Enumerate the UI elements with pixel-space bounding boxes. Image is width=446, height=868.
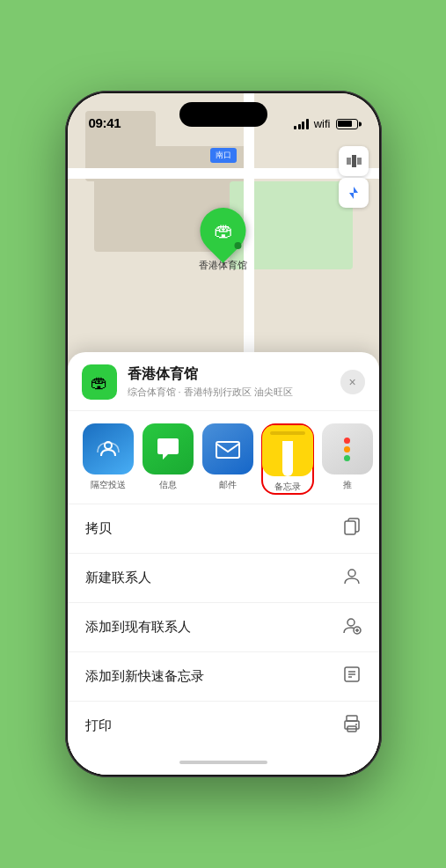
share-actions-row: 隔空投送 信息	[68, 411, 379, 504]
share-item-messages[interactable]: 信息	[142, 423, 194, 495]
menu-item-copy[interactable]: 拷贝	[68, 504, 379, 554]
wifi-icon: wifi	[314, 117, 331, 130]
share-item-more[interactable]: 推	[321, 423, 374, 495]
stadium-icon: 🏟	[214, 219, 233, 242]
notes-icon[interactable]	[262, 425, 313, 476]
svg-point-19	[355, 724, 357, 725]
venue-description: 综合体育馆 · 香港特别行政区 油尖旺区	[128, 386, 340, 399]
add-existing-contact-label: 添加到现有联系人	[85, 619, 191, 636]
svg-point-7	[348, 570, 355, 577]
print-label: 打印	[85, 717, 112, 734]
menu-list: 拷贝 新建联系人	[68, 504, 379, 750]
status-icons: wifi	[294, 117, 357, 130]
messages-icon[interactable]	[143, 423, 194, 474]
share-item-notes[interactable]: 备忘录	[261, 423, 314, 495]
share-item-airdrop[interactable]: 隔空投送	[82, 423, 135, 495]
signal-icon	[294, 119, 309, 129]
add-quick-note-label: 添加到新快速备忘录	[85, 668, 204, 685]
close-button[interactable]: ×	[340, 370, 365, 394]
more-icon[interactable]	[322, 423, 373, 474]
copy-icon	[342, 517, 362, 541]
phone-screen: 09:41 wifi	[68, 93, 379, 775]
stadium-marker: 🏟 香港体育馆	[199, 208, 247, 272]
svg-point-8	[347, 619, 355, 626]
copy-label: 拷贝	[85, 520, 112, 537]
location-button[interactable]	[339, 178, 369, 208]
svg-rect-1	[352, 155, 356, 167]
dynamic-island	[179, 102, 267, 127]
print-icon	[342, 714, 362, 738]
home-bar	[179, 761, 267, 764]
marker-pin: 🏟	[191, 198, 256, 263]
mail-label: 邮件	[219, 479, 237, 491]
airdrop-icon[interactable]	[83, 423, 134, 474]
location-venue-icon: 🏟	[82, 364, 117, 400]
bottom-sheet: 🏟 香港体育馆 综合体育馆 · 香港特别行政区 油尖旺区 ×	[68, 352, 379, 775]
more-circles	[344, 438, 350, 461]
location-info: 香港体育馆 综合体育馆 · 香港特别行政区 油尖旺区	[128, 365, 340, 399]
svg-rect-2	[357, 158, 362, 165]
new-contact-label: 新建联系人	[85, 570, 151, 586]
map-controls	[339, 146, 369, 208]
svg-rect-16	[347, 716, 357, 721]
home-indicator	[68, 750, 379, 775]
menu-item-add-quick-note[interactable]: 添加到新快速备忘录	[68, 652, 379, 702]
location-card: 🏟 香港体育馆 综合体育馆 · 香港特别行政区 油尖旺区 ×	[68, 352, 379, 411]
svg-rect-4	[216, 442, 239, 458]
venue-name: 香港体育馆	[128, 365, 340, 384]
menu-item-print[interactable]: 打印	[68, 702, 379, 750]
messages-label: 信息	[159, 479, 177, 491]
phone-frame: 09:41 wifi	[65, 91, 382, 777]
battery-icon	[336, 119, 358, 129]
quick-note-icon	[342, 665, 362, 688]
svg-rect-6	[345, 521, 355, 534]
add-contact-icon	[342, 615, 362, 639]
mail-icon[interactable]	[202, 423, 253, 474]
map-entrance-label: 南口	[210, 148, 237, 163]
map-type-button[interactable]	[339, 146, 369, 176]
svg-rect-0	[347, 158, 351, 165]
menu-item-add-existing-contact[interactable]: 添加到现有联系人	[68, 603, 379, 652]
menu-item-new-contact[interactable]: 新建联系人	[68, 554, 379, 603]
share-item-mail[interactable]: 邮件	[201, 423, 254, 495]
new-contact-icon	[342, 566, 362, 590]
airdrop-label: 隔空投送	[91, 479, 126, 491]
more-label: 推	[343, 479, 352, 491]
status-time: 09:41	[89, 115, 121, 130]
notes-label: 备忘录	[274, 481, 301, 493]
